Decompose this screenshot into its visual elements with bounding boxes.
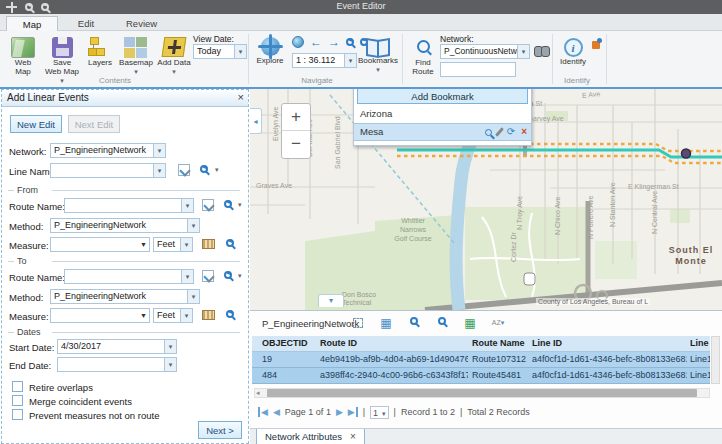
identify-marker-icon[interactable] [592,41,600,49]
start-date-caret[interactable]: ▾ [164,339,177,354]
to-measure-ruler-icon[interactable] [202,310,215,320]
identify-button[interactable]: Identify [556,38,590,67]
end-date-input[interactable] [57,357,165,372]
to-route-caret[interactable]: ▾ [181,269,194,284]
forward-arrow-icon[interactable]: → [328,37,340,47]
horizontal-scrollbar[interactable]: ◂ [254,388,710,398]
retire-overlaps-checkbox[interactable] [12,381,23,392]
tab-edit[interactable]: Edit [62,16,110,31]
from-measure-ruler-icon[interactable] [202,239,215,249]
map-zoom-in-icon[interactable]: + [346,38,354,46]
tab-close-icon[interactable]: × [350,431,356,442]
view-date-caret[interactable]: ▾ [234,44,247,59]
next-button[interactable]: Next > [198,421,242,439]
bookmark-item-mesa[interactable]: Mesa ⟳ × [354,123,531,141]
panel-network-caret[interactable]: ▾ [153,143,166,158]
bookmarks-button[interactable]: Bookmarks▾ [358,39,398,75]
zoom-to-selection-icon[interactable] [406,316,422,331]
panel-close-icon[interactable]: × [238,91,244,103]
panel-network-select[interactable]: P_EngineeringNetwork [50,143,154,158]
bookmark-edit-icon[interactable] [495,127,504,137]
to-measure-zoom-icon[interactable]: + [226,310,234,318]
next-page-icon[interactable]: ▶ [336,407,343,417]
from-measure-arrow[interactable]: ▼ [138,237,149,252]
map-canvas[interactable]: E Cortada St E Garvey Ave E Ave E Klinge… [250,89,722,310]
switch-selection-icon[interactable]: ▦ [462,316,478,331]
from-route-name-select[interactable] [64,198,182,213]
network-caret[interactable]: ▾ [517,44,530,59]
last-page-icon[interactable]: ▶ [348,407,358,417]
line-name-caret[interactable]: ▾ [153,163,166,178]
column-header[interactable]: Route ID [320,338,468,348]
from-route-caret[interactable]: ▾ [181,198,194,213]
prevent-measures-checkbox[interactable] [12,409,23,420]
new-edit-button[interactable]: New Edit [10,115,62,133]
line-name-select[interactable] [50,163,154,178]
scale-caret[interactable]: ▾ [344,53,357,68]
table-view-icon[interactable]: ▦ [378,316,394,331]
bookmark-item-arizona[interactable]: Arizona [354,106,531,122]
bookmark-delete-icon[interactable]: × [521,127,527,137]
pan-to-selection-icon[interactable] [434,316,450,331]
from-unit-caret[interactable]: ▾ [180,237,193,252]
first-page-icon[interactable]: ◀ [258,407,268,417]
to-measure-input[interactable] [50,308,150,323]
sort-icon[interactable]: AZ▾ [490,316,506,331]
to-method-select[interactable]: P_EngineeringNetwork [50,289,188,304]
basemap-button[interactable]: Basemap▾ [118,37,154,77]
page-select[interactable]: 1▾ [370,406,389,419]
to-measure-unit[interactable]: Feet [153,308,181,323]
add-data-button[interactable]: Add Data▾ [156,37,192,77]
explore-button[interactable]: Explore [252,37,288,66]
select-line-on-map-icon[interactable] [178,164,190,176]
tab-map[interactable]: Map [6,16,58,31]
web-map-button[interactable]: Web Map [6,37,40,77]
tab-network-attributes[interactable]: Network Attributes× [256,429,365,444]
scroll-left-arrow[interactable]: ◂ [256,389,260,397]
selection-tool-icon[interactable] [350,316,366,331]
merge-coincident-checkbox[interactable] [12,395,23,406]
table-row[interactable]: 484 a398ff4c-2940-4c00-96b6-c6343f8f1711… [252,368,710,384]
zoom-in-button[interactable]: + [282,104,310,131]
table-row[interactable]: 19 4eb9419b-af9b-4d04-ab69-1d490476802b … [252,352,710,368]
from-measure-input[interactable] [50,237,150,252]
line-zoom-icon[interactable]: + [200,165,208,173]
globe-icon[interactable] [292,36,304,48]
prev-page-icon[interactable]: ◀ [273,407,280,417]
from-method-select[interactable]: P_EngineeringNetwork [50,218,188,233]
column-header[interactable]: OBJECTID [262,338,317,348]
to-method-caret[interactable]: ▾ [187,289,200,304]
scale-input[interactable]: 1 : 36.112 [292,53,345,68]
tab-review[interactable]: Review [112,16,166,31]
column-header[interactable]: Route Name [472,338,528,348]
to-route-name-select[interactable] [64,269,182,284]
bookmark-refresh-icon[interactable]: ⟳ [507,127,515,137]
from-route-zoom-icon[interactable]: + [224,200,232,208]
bookmark-zoom-icon[interactable] [485,129,492,136]
from-select-route-icon[interactable] [202,199,214,211]
network-select[interactable]: P_ContinuousNetwork [440,44,518,59]
start-date-input[interactable]: 4/30/2017 [57,339,165,354]
to-route-zoom-caret[interactable]: ▾ [238,272,242,280]
from-method-caret[interactable]: ▾ [187,218,200,233]
view-date-select[interactable]: Today [193,44,235,59]
binoculars-icon[interactable] [534,45,550,56]
to-unit-caret[interactable]: ▾ [180,308,193,323]
end-date-caret[interactable]: ▾ [164,357,177,372]
to-route-zoom-icon[interactable]: + [224,271,232,279]
column-header[interactable]: Line Name [690,338,710,348]
line-zoom-caret[interactable]: ▾ [215,166,219,174]
from-route-zoom-caret[interactable]: ▾ [238,201,242,209]
collapse-table-arrow[interactable]: ▾ [318,294,344,307]
find-route-button[interactable]: Find Route [406,40,440,76]
layers-button[interactable]: Layers [84,37,116,68]
column-header[interactable]: Line ID [532,338,687,348]
from-measure-unit[interactable]: Feet [153,237,181,252]
to-measure-arrow[interactable]: ▼ [138,308,149,323]
route-search-input[interactable] [440,62,516,77]
collapse-panel-arrow[interactable]: ◂ [250,108,262,134]
back-arrow-icon[interactable]: ← [310,37,322,47]
next-edit-button[interactable]: Next Edit [68,115,120,133]
to-select-route-icon[interactable] [202,270,214,282]
zoom-out-button[interactable]: − [282,131,310,158]
